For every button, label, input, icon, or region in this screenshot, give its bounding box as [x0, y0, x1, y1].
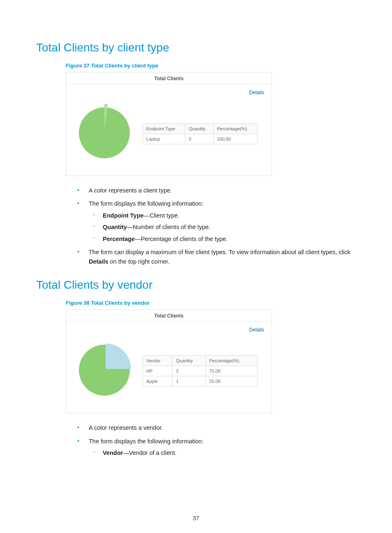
- term-rest: —Vendor of a client.: [123, 450, 177, 456]
- cell-endpoint-type: Laptop: [143, 134, 185, 144]
- col-quantity: Quantity: [185, 123, 214, 134]
- details-link[interactable]: Details: [249, 90, 264, 95]
- list-item: A color represents a client type.: [77, 186, 356, 195]
- chart-row: Vendor Quantity Percentage(%) HP 3 75.00…: [74, 341, 264, 401]
- pie-chart-client-type: [74, 104, 135, 163]
- table-vendor: Vendor Quantity Percentage(%) HP 3 75.00…: [143, 355, 258, 387]
- details-link[interactable]: Details: [249, 327, 264, 333]
- heading-vendor: Total Clients by vendor: [36, 278, 356, 292]
- cell-quantity: 3: [185, 134, 214, 144]
- list-item-text-pre: The form can display a maximum of five c…: [89, 249, 350, 255]
- panel-body: Details Vendor Quantity: [66, 322, 272, 413]
- list-item: Quantity—Number of clients of the type.: [93, 222, 356, 232]
- heading-client-type: Total Clients by client type: [36, 41, 356, 54]
- pie-chart-vendor: [74, 341, 135, 401]
- bullet-list-client-type: A color represents a client type. The fo…: [77, 186, 356, 266]
- figure-caption-37: Figure 37 Total Clients by client type: [66, 63, 356, 69]
- details-term: Details: [89, 258, 108, 265]
- col-endpoint-type: Endpoint Type: [143, 123, 185, 134]
- figure-caption-38: Figure 38 Total Clients by vendor: [66, 300, 356, 306]
- panel-body: Details Endpoint Type Quantity P: [66, 84, 272, 176]
- panel-title: Total Clients: [66, 310, 272, 322]
- cell-vendor: Apple: [143, 376, 173, 387]
- details-row: Details: [74, 88, 264, 96]
- term-rest: —Percentage of clients of the type.: [135, 236, 228, 242]
- cell-vendor: HP: [143, 366, 173, 376]
- term-rest: —Client type.: [144, 212, 180, 219]
- list-item: Percentage—Percentage of clients of the …: [93, 234, 356, 243]
- list-item: A color represents a vendor.: [77, 423, 356, 432]
- term-rest: —Number of clients of the type.: [127, 224, 210, 230]
- table-header-row: Endpoint Type Quantity Percentage(%): [143, 123, 258, 134]
- panel-title: Total Clients: [66, 72, 272, 84]
- sub-bullet-list: Endpoint Type—Client type. Quantity—Numb…: [93, 211, 356, 243]
- table-row: HP 3 75.00: [143, 366, 258, 376]
- cell-percentage: 75.00: [206, 366, 258, 376]
- col-vendor: Vendor: [143, 356, 173, 366]
- col-percentage: Percentage(%): [213, 123, 257, 134]
- chart-row: Endpoint Type Quantity Percentage(%) Lap…: [74, 104, 264, 163]
- cell-quantity: 3: [173, 366, 206, 376]
- term-quantity: Quantity: [103, 224, 127, 230]
- panel-vendor: Total Clients Details Vendo: [66, 309, 272, 413]
- bullet-list-vendor: A color represents a vendor. The form di…: [77, 423, 356, 457]
- list-item: Vendor—Vendor of a client.: [93, 448, 356, 457]
- panel-client-type: Total Clients Details Endpoint Type: [66, 72, 272, 176]
- table-row: Apple 1 25.00: [143, 376, 258, 387]
- term-vendor: Vendor: [103, 450, 123, 456]
- col-quantity: Quantity: [173, 356, 206, 366]
- cell-quantity: 1: [173, 376, 206, 387]
- list-item: The form can display a maximum of five c…: [77, 248, 356, 266]
- table-header-row: Vendor Quantity Percentage(%): [143, 356, 258, 366]
- table-client-type: Endpoint Type Quantity Percentage(%) Lap…: [143, 123, 258, 144]
- term-endpoint-type: Endpoint Type: [103, 212, 144, 219]
- sub-bullet-list: Vendor—Vendor of a client.: [93, 448, 356, 457]
- term-percentage: Percentage: [103, 236, 135, 242]
- cell-percentage: 25.00: [206, 376, 258, 387]
- page-number: 37: [0, 515, 392, 521]
- page: Total Clients by client type Figure 37 T…: [0, 0, 392, 533]
- cell-percentage: 100.00: [213, 134, 257, 144]
- list-item-text: The form displays the following informat…: [89, 200, 203, 207]
- table-row: Laptop 3 100.00: [143, 134, 258, 144]
- list-item: The form displays the following informat…: [77, 199, 356, 243]
- col-percentage: Percentage(%): [206, 356, 258, 366]
- list-item-text: The form displays the following informat…: [89, 438, 203, 445]
- list-item-text-post: on the top right corner.: [108, 258, 170, 265]
- details-row: Details: [74, 326, 264, 333]
- list-item: Endpoint Type—Client type.: [93, 211, 356, 220]
- list-item: The form displays the following informat…: [77, 437, 356, 458]
